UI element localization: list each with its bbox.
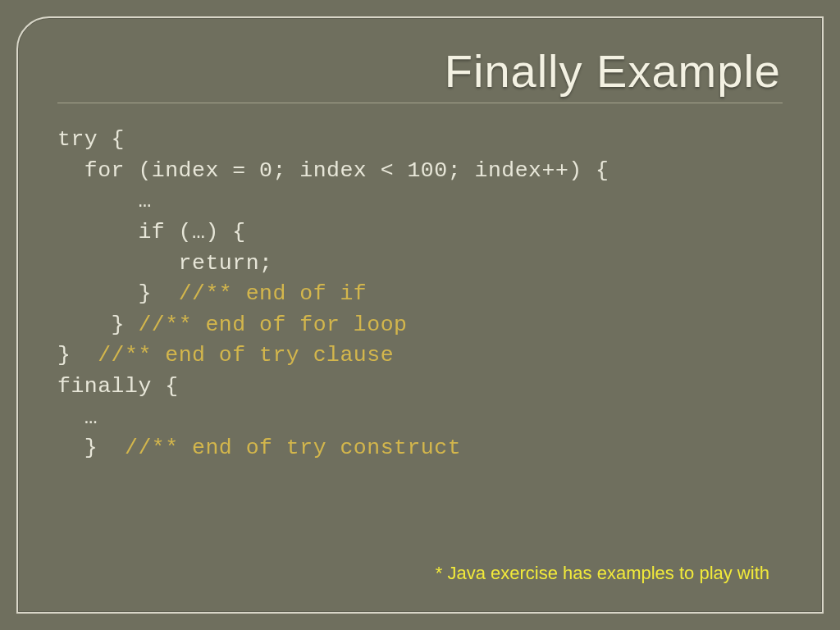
code-line: } xyxy=(57,436,125,460)
code-line: … xyxy=(57,405,98,430)
code-line: finally { xyxy=(57,374,179,399)
code-line: } xyxy=(57,281,179,306)
code-line: } xyxy=(57,343,98,368)
slide-title: Finally Example xyxy=(56,44,781,98)
title-underline xyxy=(57,103,783,103)
code-line: return; xyxy=(57,251,272,276)
code-comment: //** end of try construct xyxy=(125,436,461,460)
slide-frame: Finally Example try { for (index = 0; in… xyxy=(16,16,824,614)
code-line: for (index = 0; index < 100; index++) { xyxy=(57,158,609,183)
code-line: } xyxy=(57,313,138,337)
code-line: try { xyxy=(57,127,125,152)
code-block: try { for (index = 0; index < 100; index… xyxy=(57,125,784,464)
code-comment: //** end of for loop xyxy=(138,313,407,337)
code-line: if (…) { xyxy=(57,220,246,244)
code-comment: //** end of if xyxy=(179,281,368,306)
footnote: * Java exercise has examples to play wit… xyxy=(436,563,769,584)
code-comment: //** end of try clause xyxy=(98,343,394,368)
code-line: … xyxy=(57,189,152,213)
